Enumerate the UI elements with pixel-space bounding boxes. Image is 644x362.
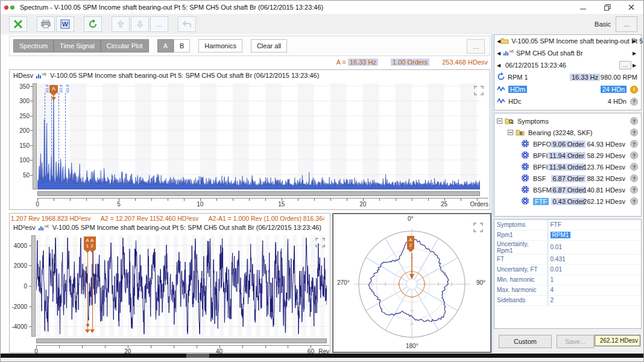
time-horizontal-scrollbar[interactable] [36, 338, 327, 343]
warning-icon[interactable]: ! [630, 86, 638, 94]
collapse-icon[interactable] [497, 118, 502, 124]
ftf-marker-line[interactable] [58, 93, 59, 174]
nav-point-row[interactable]: ◀ HD SPM CH5 Out shaft Br ▶ [494, 47, 641, 59]
property-value[interactable]: 0.431 [548, 254, 641, 264]
ftf-marker-line[interactable] [45, 93, 45, 174]
time-vertical-scrollbar[interactable] [31, 235, 36, 337]
help-icon[interactable]: ? [630, 98, 638, 106]
symptom-row-bpfim[interactable]: BPFIM11.94 Order123.76 HDesv? [494, 161, 641, 173]
property-row[interactable]: FT0.431 [494, 254, 641, 264]
refresh-button[interactable] [84, 16, 102, 32]
circular-cursor-a2-pin[interactable]: A 2 [407, 236, 414, 249]
nav-asset-row[interactable]: ◀ V-100.05 SPM Income shaft bearing-out … [494, 35, 641, 47]
pin-a2-bottom: 2 [407, 243, 414, 248]
tab-harmonics[interactable]: Harmonics [198, 39, 242, 52]
symptom-row-bpfo[interactable]: BPFO9.06 Order64.93 HDesv? [494, 138, 641, 150]
next-asset-icon[interactable]: ▶ [633, 39, 639, 44]
spectrum-cursor-a-pin[interactable]: A [49, 85, 58, 93]
property-row[interactable]: Min. harmonic1 [494, 275, 641, 285]
date-more-button[interactable]: … [619, 61, 631, 69]
help-icon[interactable]: ? [630, 151, 638, 159]
prev-point-icon[interactable]: ◀ [497, 51, 503, 56]
spectrum-x-tick [86, 198, 87, 201]
rpm-row[interactable]: RPM 1 16.33 Hz 980.00 RPM [494, 71, 641, 83]
prev-date-icon[interactable]: ◀ [497, 63, 503, 68]
symptom-row-bsf[interactable]: BSF6.87 Order88.32 HDesv? [494, 173, 641, 184]
property-row[interactable]: Uncertainty, FT0.01 [494, 264, 641, 275]
help-icon[interactable]: ? [630, 129, 638, 136]
collapse-icon[interactable] [508, 130, 513, 135]
time-x-tick [174, 346, 174, 348]
property-row[interactable]: Sidebands2 [494, 295, 641, 305]
spectrum-fullscreen-icon[interactable] [474, 86, 484, 97]
next-point-icon[interactable]: ▶ [633, 51, 639, 56]
toolbar-more-button[interactable]: … [150, 16, 168, 32]
custom-button[interactable]: Custom [499, 335, 552, 348]
time-x-tick [82, 346, 83, 348]
close-button[interactable] [619, 1, 643, 14]
property-value[interactable]: 0.01 [548, 240, 641, 254]
tree-bearing-row[interactable]: Bearing (32248, SKF)? [494, 127, 641, 138]
save-button[interactable]: Save... [557, 335, 594, 348]
hdm-row[interactable]: HDm 24 HDn ! [494, 83, 641, 95]
tab-spectrum[interactable]: Spectrum [13, 39, 54, 52]
property-value[interactable]: RPM1 [548, 230, 641, 240]
symptom-footer: Custom Save... 262.12 HDesv [494, 334, 642, 349]
back-button[interactable] [178, 16, 196, 32]
property-row[interactable]: Max. harmonic4 [494, 285, 641, 295]
print-button[interactable] [37, 16, 55, 32]
symptom-row-ftf[interactable]: FTF0.43 Order262.12 HDesv? [494, 195, 641, 207]
property-value[interactable]: 0.01 [548, 264, 641, 275]
minimize-button[interactable] [571, 1, 595, 14]
help-icon[interactable]: ? [630, 186, 638, 194]
restore-button[interactable] [595, 1, 619, 14]
spectrum-y-tick-label: 50 [11, 172, 30, 179]
spectrum-x-tick [168, 198, 168, 201]
time-plot[interactable]: A1A2 [36, 235, 327, 337]
move-up-button[interactable] [112, 16, 130, 32]
ftf-marker-line[interactable] [65, 93, 66, 174]
tab-time-signal[interactable]: Time Signal [54, 39, 101, 52]
circular-plot[interactable] [333, 214, 490, 352]
property-label: Min. harmonic [494, 275, 548, 285]
property-value[interactable]: 1 [548, 275, 641, 285]
time-cursor-line[interactable] [87, 252, 88, 329]
tree-root-row[interactable]: Symptoms? [494, 115, 641, 127]
tab-clear-all[interactable]: Clear all [251, 39, 287, 52]
ftf-marker-line[interactable] [51, 93, 52, 174]
property-value[interactable]: 4 [548, 285, 641, 295]
time-cursor-line[interactable] [92, 252, 93, 329]
next-date-icon[interactable]: ▶ [633, 63, 639, 68]
export-word-button[interactable]: W [56, 16, 74, 32]
property-row[interactable]: Rpm1RPM1 [494, 230, 641, 240]
viewbar-more-button[interactable]: … [467, 39, 485, 54]
tab-a[interactable]: A [157, 39, 174, 52]
time-chart-title-row: HD²esv HD V-100.05 SPM Income shaft bear… [13, 224, 321, 231]
time-y-tick-label: 2000 [9, 262, 27, 269]
mode-more-button[interactable]: … [616, 16, 637, 32]
spectrum-plot[interactable]: FTFFTFFTFFTFA [37, 83, 480, 189]
property-value[interactable]: 2 [548, 295, 641, 305]
symptom-row-bsfm[interactable]: BSFM6.87 Order140.81 HDesv? [494, 184, 641, 195]
time-fullscreen-icon[interactable] [315, 238, 325, 249]
tab-circular-plot[interactable]: Circular Plot [101, 39, 149, 52]
move-down-button[interactable] [131, 16, 149, 32]
close-window-button[interactable] [9, 16, 27, 32]
time-cursor-a2-pin[interactable]: A2 [89, 237, 96, 250]
hdc-row[interactable]: HDc 4 HDn ? [494, 95, 641, 107]
spectrum-x-tick [412, 198, 412, 201]
spectrum-vertical-scrollbar[interactable] [33, 83, 37, 189]
help-icon[interactable]: ? [630, 117, 638, 125]
spectrum-x-axis: 0510152025Orders [37, 198, 488, 209]
symptom-row-bpfi[interactable]: BPFI11.94 Order58.29 HDesv? [494, 150, 641, 161]
property-row[interactable]: Uncertainty, Rpm10.01 [494, 240, 641, 254]
circular-fullscreen-icon[interactable] [473, 223, 483, 233]
help-icon[interactable]: ? [630, 140, 638, 148]
help-icon[interactable]: ? [630, 197, 638, 205]
help-icon[interactable]: ? [630, 174, 638, 182]
tab-b[interactable]: B [174, 39, 190, 52]
help-icon[interactable]: ? [630, 163, 638, 171]
spectrum-y-tick-label: 250 [11, 113, 30, 119]
nav-date-row[interactable]: ◀ 06/12/2015 13:23:46 … ▶ [494, 59, 641, 71]
spectrum-horizontal-scrollbar[interactable] [37, 191, 480, 196]
